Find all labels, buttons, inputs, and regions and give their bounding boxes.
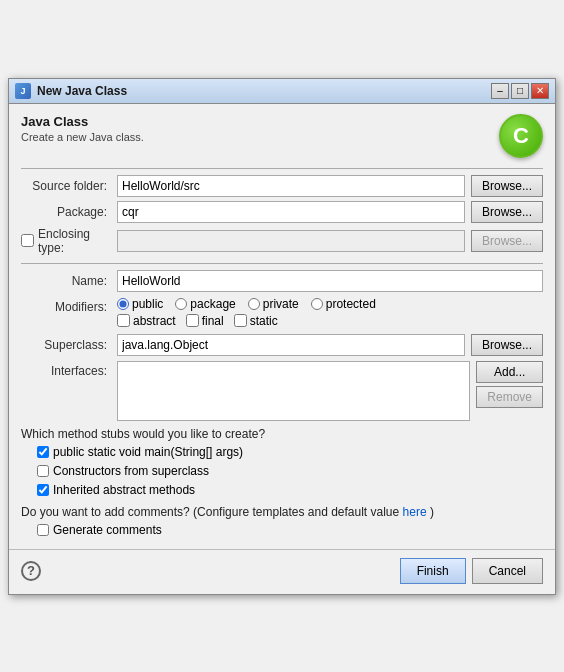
name-input[interactable] xyxy=(117,270,543,292)
static-label: static xyxy=(250,314,278,328)
abstract-checkbox[interactable] xyxy=(117,314,130,327)
stub-constructor-checkbox[interactable] xyxy=(37,465,49,477)
access-modifiers: public package private protected xyxy=(117,297,543,311)
finish-button[interactable]: Finish xyxy=(400,558,466,584)
static-modifier: static xyxy=(234,314,278,328)
stub-inherited-label: Inherited abstract methods xyxy=(53,483,195,497)
source-folder-label: Source folder: xyxy=(21,179,111,193)
maximize-button[interactable]: □ xyxy=(511,83,529,99)
header-subtitle: Create a new Java class. xyxy=(21,131,144,143)
stub-constructor-label: Constructors from superclass xyxy=(53,464,209,478)
abstract-label: abstract xyxy=(133,314,176,328)
stubs-question: Which method stubs would you like to cre… xyxy=(21,427,543,441)
name-label: Name: xyxy=(21,274,111,288)
comments-question: Do you want to add comments? (Configure … xyxy=(21,505,543,519)
dialog-action-buttons: Finish Cancel xyxy=(400,558,543,584)
header-divider xyxy=(21,168,543,169)
interfaces-buttons: Add... Remove xyxy=(476,361,543,408)
comments-section: Do you want to add comments? (Configure … xyxy=(21,505,543,537)
enclosing-type-input[interactable] xyxy=(117,230,465,252)
modifier-package-input[interactable] xyxy=(175,298,187,310)
generate-comments-checkbox-row: Generate comments xyxy=(37,523,543,537)
enclosing-type-browse-button[interactable]: Browse... xyxy=(471,230,543,252)
new-java-class-dialog: J New Java Class – □ ✕ Java Class Create… xyxy=(8,78,556,595)
final-checkbox[interactable] xyxy=(186,314,199,327)
stub-main-row: public static void main(String[] args) xyxy=(37,445,543,459)
stub-inherited-checkbox[interactable] xyxy=(37,484,49,496)
enclosing-type-label: Enclosing type: xyxy=(38,227,111,255)
stub-constructor-row: Constructors from superclass xyxy=(37,464,543,478)
java-class-icon: C xyxy=(499,114,543,158)
source-folder-browse-button[interactable]: Browse... xyxy=(471,175,543,197)
static-checkbox[interactable] xyxy=(234,314,247,327)
stub-main-label: public static void main(String[] args) xyxy=(53,445,243,459)
final-modifier: final xyxy=(186,314,224,328)
title-bar: J New Java Class – □ ✕ xyxy=(9,79,555,104)
generate-comments-label: Generate comments xyxy=(53,523,162,537)
name-row: Name: xyxy=(21,270,543,292)
generate-comments-checkbox[interactable] xyxy=(37,524,49,536)
stubs-items: public static void main(String[] args) C… xyxy=(37,445,543,499)
interfaces-label: Interfaces: xyxy=(21,361,111,378)
stubs-section: Which method stubs would you like to cre… xyxy=(21,427,543,499)
modifier-package-radio: package xyxy=(175,297,235,311)
interfaces-add-button[interactable]: Add... xyxy=(476,361,543,383)
header-title: Java Class xyxy=(21,114,144,129)
modifier-private-input[interactable] xyxy=(248,298,260,310)
interfaces-row: Interfaces: Add... Remove xyxy=(21,361,543,421)
bottom-bar: ? Finish Cancel xyxy=(9,549,555,594)
modifier-private-label: private xyxy=(263,297,299,311)
modifiers-options: public package private protected xyxy=(117,297,543,328)
package-browse-button[interactable]: Browse... xyxy=(471,201,543,223)
superclass-row: Superclass: Browse... xyxy=(21,334,543,356)
modifier-public-radio: public xyxy=(117,297,163,311)
title-bar-title: New Java Class xyxy=(37,84,485,98)
dialog-content: Java Class Create a new Java class. C So… xyxy=(9,104,555,549)
modifiers-row: Modifiers: public package private xyxy=(21,297,543,328)
enclosing-type-checkbox-row: Enclosing type: xyxy=(21,227,111,255)
interfaces-remove-button[interactable]: Remove xyxy=(476,386,543,408)
superclass-browse-button[interactable]: Browse... xyxy=(471,334,543,356)
modifier-private-radio: private xyxy=(248,297,299,311)
modifier-protected-input[interactable] xyxy=(311,298,323,310)
header-section: Java Class Create a new Java class. C xyxy=(21,114,543,158)
modifiers-label: Modifiers: xyxy=(21,297,111,314)
modifier-protected-label: protected xyxy=(326,297,376,311)
modifier-public-label: public xyxy=(132,297,163,311)
package-label: Package: xyxy=(21,205,111,219)
enclosing-type-checkbox[interactable] xyxy=(21,234,34,247)
final-label: final xyxy=(202,314,224,328)
superclass-label: Superclass: xyxy=(21,338,111,352)
superclass-input[interactable] xyxy=(117,334,465,356)
generate-comments-row: Generate comments xyxy=(37,523,543,537)
modifier-package-label: package xyxy=(190,297,235,311)
title-bar-buttons: – □ ✕ xyxy=(491,83,549,99)
modifier-public-input[interactable] xyxy=(117,298,129,310)
interfaces-textarea[interactable] xyxy=(117,361,470,421)
header-text: Java Class Create a new Java class. xyxy=(21,114,144,143)
stub-main-checkbox[interactable] xyxy=(37,446,49,458)
cancel-button[interactable]: Cancel xyxy=(472,558,543,584)
package-input[interactable] xyxy=(117,201,465,223)
comments-link[interactable]: here xyxy=(403,505,427,519)
source-folder-input[interactable] xyxy=(117,175,465,197)
abstract-modifier: abstract xyxy=(117,314,176,328)
other-modifiers: abstract final static xyxy=(117,314,543,328)
modifier-protected-radio: protected xyxy=(311,297,376,311)
close-button[interactable]: ✕ xyxy=(531,83,549,99)
comments-question-text: Do you want to add comments? (Configure … xyxy=(21,505,399,519)
help-icon[interactable]: ? xyxy=(21,561,41,581)
title-bar-icon: J xyxy=(15,83,31,99)
comments-question-end: ) xyxy=(430,505,434,519)
section-divider xyxy=(21,263,543,264)
minimize-button[interactable]: – xyxy=(491,83,509,99)
stub-inherited-row: Inherited abstract methods xyxy=(37,483,543,497)
